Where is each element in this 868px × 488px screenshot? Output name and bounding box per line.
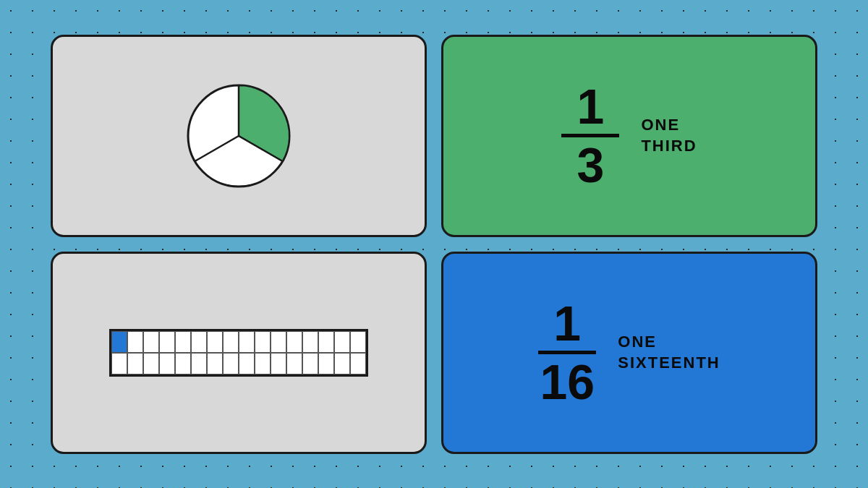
fraction-sixteenth-card: 1 16 ONE SIXTEENTH	[441, 252, 817, 454]
bar-chart-card	[51, 252, 427, 454]
bar-cell-r2-c16	[350, 353, 366, 374]
fraction-third-word-line1: ONE	[641, 115, 680, 136]
fraction-sixteenth-display: 1 16	[538, 299, 596, 406]
pie-chart-visual	[181, 78, 297, 194]
fraction-third-card: 1 3 ONE THIRD	[441, 35, 817, 237]
bar-cell-r1-c8	[223, 331, 239, 353]
bar-grid	[109, 329, 368, 377]
bar-cell-r1-c1	[111, 331, 127, 353]
bar-cell-r2-c5	[175, 353, 191, 374]
bar-cell-r2-c3	[143, 353, 159, 374]
bar-cell-r1-c4	[159, 331, 175, 353]
fraction-third-display: 1 3	[561, 82, 619, 189]
fraction-sixteenth-content: 1 16 ONE SIXTEENTH	[443, 254, 815, 452]
bar-cell-r1-c16	[350, 331, 366, 353]
bar-cell-r2-c14	[318, 353, 334, 374]
fraction-third-numerator: 1	[576, 82, 604, 131]
fraction-third-denominator: 3	[576, 140, 604, 189]
bar-cell-r1-c13	[302, 331, 318, 353]
bar-cell-r2-c15	[334, 353, 350, 374]
bar-cell-r2-c12	[286, 353, 302, 374]
bar-cell-r2-c11	[271, 353, 286, 374]
bar-cell-r1-c9	[239, 331, 255, 353]
pie-chart-card	[51, 35, 427, 237]
bar-cell-r1-c11	[271, 331, 286, 353]
bar-cell-r1-c15	[334, 331, 350, 353]
bar-cell-r2-c1	[111, 353, 127, 374]
bar-cell-r1-c7	[207, 331, 223, 353]
bar-cell-r1-c6	[191, 331, 207, 353]
bar-cell-r2-c4	[159, 353, 175, 374]
bar-cell-r1-c2	[127, 331, 143, 353]
bar-cell-r1-c10	[255, 331, 271, 353]
bar-cell-r1-c14	[318, 331, 334, 353]
bar-cell-r1-c3	[143, 331, 159, 353]
fraction-sixteenth-denominator: 16	[540, 357, 595, 406]
fraction-sixteenth-word-line1: ONE	[618, 332, 657, 353]
bar-chart-visual	[109, 329, 368, 377]
fraction-third-word: ONE THIRD	[641, 115, 697, 156]
bar-cell-r2-c6	[191, 353, 207, 374]
bar-cell-r2-c9	[239, 353, 255, 374]
fraction-third-content: 1 3 ONE THIRD	[443, 37, 815, 235]
bar-cell-r1-c5	[175, 331, 191, 353]
fraction-sixteenth-word: ONE SIXTEENTH	[618, 332, 720, 373]
fraction-third-word-line2: THIRD	[641, 136, 697, 157]
bar-cell-r2-c8	[223, 353, 239, 374]
bar-cell-r2-c2	[127, 353, 143, 374]
bar-cell-r2-c10	[255, 353, 271, 374]
fraction-sixteenth-numerator: 1	[553, 299, 581, 348]
main-grid: 1 3 ONE THIRD	[36, 20, 832, 468]
fraction-sixteenth-word-line2: SIXTEENTH	[618, 353, 720, 374]
bar-cell-r2-c13	[302, 353, 318, 374]
bar-cell-r1-c12	[286, 331, 302, 353]
bar-cell-r2-c7	[207, 353, 223, 374]
